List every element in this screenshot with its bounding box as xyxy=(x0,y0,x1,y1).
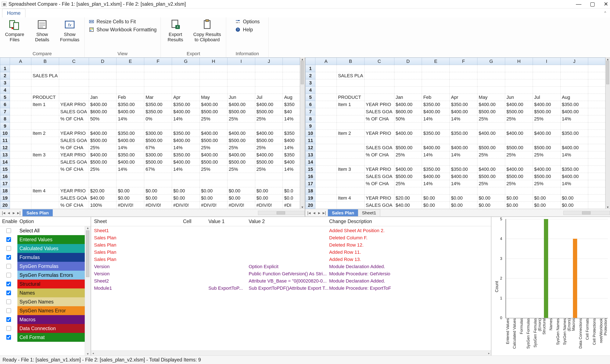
results-cell: Sub ExportToP... xyxy=(208,285,249,292)
left-grid[interactable]: ABCDEFGHIJ12SALES PLA345PRODUCTJanFebMar… xyxy=(0,58,300,209)
option-row[interactable]: Calculated Values xyxy=(0,244,85,253)
option-label: Names xyxy=(17,288,85,297)
option-row[interactable]: Select All xyxy=(0,226,85,235)
close-button[interactable]: ✕ xyxy=(604,1,608,7)
right-horizontal-scrollbar[interactable] xyxy=(563,211,610,215)
svg-rect-18 xyxy=(236,20,240,21)
svg-text:?: ? xyxy=(237,28,239,31)
option-checkbox[interactable] xyxy=(6,308,11,313)
svg-rect-9 xyxy=(90,28,94,32)
option-row[interactable]: Macros xyxy=(0,315,85,324)
option-checkbox[interactable] xyxy=(6,326,11,331)
option-checkbox[interactable] xyxy=(6,335,11,340)
chart-xlabels: Entered ValuesCalculated ValuesFormulasS… xyxy=(506,318,608,354)
option-checkbox[interactable] xyxy=(6,228,11,233)
group-info-label: Information xyxy=(235,50,259,56)
results-cell: Module Declaration Added. xyxy=(329,263,488,270)
right-vertical-scrollbar[interactable]: ▲▼ xyxy=(605,58,610,209)
option-checkbox[interactable] xyxy=(6,291,11,295)
tab-home[interactable]: Home xyxy=(2,9,26,17)
sheet-tab[interactable]: Sales Plan xyxy=(328,209,358,216)
option-label: Data Connection xyxy=(17,324,85,333)
compare-files-button[interactable]: Compare Files xyxy=(3,19,26,42)
results-cell: Version xyxy=(94,270,183,277)
right-sheet-bar: |◂◂▸▸| Sales PlanSheet1 xyxy=(305,209,610,217)
option-row[interactable]: SysGen Names xyxy=(0,297,85,306)
option-row[interactable]: Cell Format xyxy=(0,333,85,342)
svg-point-20 xyxy=(237,20,237,21)
ribbon-collapse-icon[interactable]: ⌃ xyxy=(603,11,607,16)
results-cell: Public Function GetVersion() As Stri... xyxy=(249,270,329,277)
results-cell xyxy=(183,277,208,285)
resize-cells-button[interactable]: Resize Cells to Fit xyxy=(89,19,157,25)
chart-ylabel: Count xyxy=(493,219,499,354)
results-cell: Sales Plan xyxy=(94,234,183,241)
left-horizontal-scrollbar[interactable] xyxy=(258,211,305,215)
option-checkbox[interactable] xyxy=(6,246,11,251)
results-cell: Module1 xyxy=(94,285,183,292)
option-checkbox[interactable] xyxy=(6,237,11,242)
option-row[interactable]: SysGen Names Error xyxy=(0,306,85,315)
option-checkbox[interactable] xyxy=(6,282,11,286)
option-checkbox[interactable] xyxy=(6,264,11,269)
right-grid-pane: ABCDEFGHIJ12SALES PLA345PRODUCTJanFebApr… xyxy=(305,58,610,217)
show-wb-formatting-button[interactable]: Show Workbook Formatting xyxy=(89,27,157,33)
results-cell xyxy=(249,256,329,263)
group-compare-label: Compare xyxy=(33,50,52,56)
options-button[interactable]: Options xyxy=(235,19,260,25)
results-cell: Sheet1 xyxy=(94,227,183,234)
svg-text:X: X xyxy=(177,25,179,28)
results-cell xyxy=(208,270,249,277)
option-label: Select All xyxy=(17,226,85,235)
chart-xlabel: Entered Values xyxy=(506,318,512,354)
sheet-nav-buttons[interactable]: |◂◂▸▸| xyxy=(305,210,328,215)
option-row[interactable]: Structural xyxy=(0,280,85,288)
show-formulas-icon: fx xyxy=(64,19,76,30)
export-results-button[interactable]: X Export Results xyxy=(164,19,187,42)
results-list[interactable]: Sheet1Added Sheet At Position 2.Sales Pl… xyxy=(91,226,491,351)
results-cell: Sales Plan xyxy=(94,249,183,256)
results-horizontal-scrollbar[interactable]: ◂▸ xyxy=(91,351,491,355)
compare-files-icon xyxy=(9,19,21,30)
results-cell: Module Procedure: ExportToF xyxy=(329,285,488,292)
minimize-button[interactable]: — xyxy=(576,1,582,7)
left-vertical-scrollbar[interactable]: ▲▼ xyxy=(300,58,305,209)
chart-xlabel: Calculated Values xyxy=(512,318,519,354)
results-cell xyxy=(208,241,249,249)
compare-files-label: Compare Files xyxy=(3,32,26,42)
option-row[interactable]: Data Connection xyxy=(0,324,85,333)
option-checkbox[interactable] xyxy=(6,255,11,260)
option-checkbox[interactable] xyxy=(6,299,11,304)
show-formulas-button[interactable]: fx Show Formulas xyxy=(58,19,81,42)
sheet-tab[interactable]: Sheet1 xyxy=(358,209,380,216)
maximize-button[interactable]: ▢ xyxy=(590,1,595,7)
copy-clipboard-icon xyxy=(201,19,213,30)
option-row[interactable]: Names xyxy=(0,288,85,297)
options-scrollbar[interactable]: ▲▼ xyxy=(85,226,91,355)
option-row[interactable]: SysGen Formulas xyxy=(0,262,85,271)
option-checkbox[interactable] xyxy=(6,273,11,277)
chart-xlabel: reet/Workbook Protection xyxy=(599,318,608,354)
option-label: SysGen Names xyxy=(17,297,85,306)
right-grid[interactable]: ABCDEFGHIJ12SALES PLA345PRODUCTJanFebApr… xyxy=(305,58,605,209)
results-cell: Sub ExportToPDF()Attribute Export T... xyxy=(249,285,329,292)
results-header-v2: Value 2 xyxy=(249,219,329,224)
svg-text:fx: fx xyxy=(68,22,72,27)
option-row[interactable]: Entered Values xyxy=(0,235,85,244)
option-checkbox[interactable] xyxy=(6,317,11,322)
svg-rect-1 xyxy=(14,23,18,30)
chart-xlabel: Data Connections xyxy=(578,318,585,354)
ribbon-tabs: Home ⌃ xyxy=(0,9,610,17)
results-cell: Module Procedure: GetVersio xyxy=(329,270,488,277)
option-label: SysGen Names Error xyxy=(17,306,85,315)
option-row[interactable]: SysGen Formulas Errors xyxy=(0,271,85,280)
results-header-v1: Value 1 xyxy=(208,219,249,224)
sheet-tab[interactable]: Sales Plan xyxy=(22,209,53,216)
chart-pane: Count 012345 Entered ValuesCalculated Va… xyxy=(491,217,610,355)
sheet-nav-buttons[interactable]: |◂◂▸▸| xyxy=(0,210,22,215)
copy-clipboard-button[interactable]: Copy Results to Clipboard xyxy=(191,19,223,42)
svg-rect-19 xyxy=(236,22,240,23)
show-details-button[interactable]: Show Details xyxy=(30,19,54,42)
option-row[interactable]: Formulas xyxy=(0,253,85,262)
help-button[interactable]: ? Help xyxy=(235,27,260,33)
